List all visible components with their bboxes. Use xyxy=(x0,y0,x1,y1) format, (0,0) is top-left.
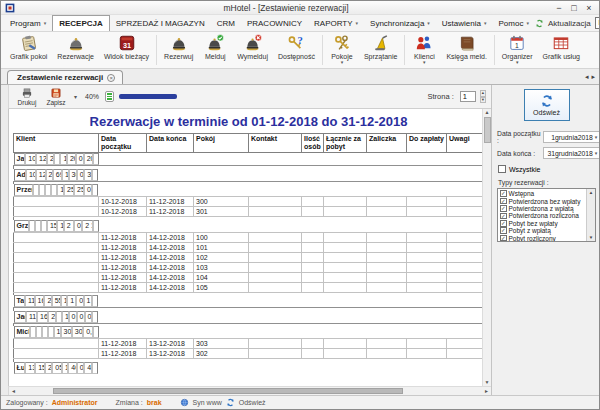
toolbar-button-księga-meld[interactable]: Księga meld. xyxy=(441,32,491,68)
toolbar-button-rezerwuj[interactable]: Rezerwuj xyxy=(159,32,198,68)
type-item-wstępna[interactable]: ✓Wstępna xyxy=(500,190,585,197)
table-row: 11-12-201814-12-2018100 xyxy=(14,232,485,242)
cell-uwagi xyxy=(92,362,98,374)
menu-item-pomoc[interactable]: Pomoc▾ xyxy=(493,15,535,31)
type-item-potwierdzona-bez-wpłaty[interactable]: ✓Potwierdzona bez wpłaty xyxy=(500,197,585,204)
toolbar-button-sprzątanie[interactable]: Sprzątanie xyxy=(359,32,402,68)
maximize-button[interactable]: □ xyxy=(568,3,580,13)
cell-start: 11-12-2018 xyxy=(99,349,147,359)
menu-item-program[interactable]: Program▾ xyxy=(4,15,52,31)
table-row: Łucja Szewczyk13-12-201815-12-2018201055… xyxy=(14,362,99,374)
type-item-potwierdzona-rozliczona[interactable]: ✓Potwierdzona rozliczona xyxy=(500,212,585,219)
date-start-picker[interactable]: 1 grudnia 2018 ▾ xyxy=(543,131,599,143)
zoom-slider-track[interactable] xyxy=(119,94,177,99)
types-scrollbar[interactable]: ▲ ▼ xyxy=(586,189,595,241)
menu-item-pracownicy[interactable]: PRACOWNICY xyxy=(241,15,308,31)
date-start-day: 1 xyxy=(546,134,555,141)
toolbar-button-grafik-usług[interactable]: Grafik usług xyxy=(538,32,585,68)
scroll-left-icon[interactable]: ◄ xyxy=(11,388,16,394)
menu-item-ustawienia[interactable]: Ustawienia▾ xyxy=(436,15,493,31)
scroll-up-icon[interactable]: ▲ xyxy=(485,109,490,116)
refresh-button[interactable]: Odśwież xyxy=(524,89,570,121)
type-checkbox[interactable]: ✓ xyxy=(500,213,507,220)
close-button[interactable]: × xyxy=(583,3,595,13)
toolbar-button-klienci[interactable]: Klienci▾ xyxy=(407,32,441,68)
column-header: Zaliczka xyxy=(367,134,407,153)
toolbar-button-rezerwacje[interactable]: Rezerwacje xyxy=(52,32,99,68)
cell-uwagi xyxy=(93,326,99,338)
cell-lacznie xyxy=(324,252,367,262)
toolbar-button-wymelduj[interactable]: Wymelduj xyxy=(232,32,273,68)
cell-osob: 1 xyxy=(57,220,64,232)
vertical-scroll-thumb[interactable] xyxy=(484,117,491,143)
scroll-down-icon[interactable]: ▼ xyxy=(589,235,593,240)
type-item-potwierdzona-z-wpłatą[interactable]: ✓Potwierdzona z wpłatą xyxy=(500,205,585,212)
menu-item-recepcja[interactable]: RECEPCJA xyxy=(52,15,110,31)
horizontal-scroll-thumb[interactable] xyxy=(53,388,403,394)
toolbar-button-pokoje[interactable]: Pokoje▾ xyxy=(325,32,359,68)
table-header-row: KlientData początkuData końcaPokójKontak… xyxy=(14,134,485,153)
type-checkbox[interactable]: ✓ xyxy=(500,235,507,242)
cell-zaliczka xyxy=(367,282,407,292)
menu-item-crm[interactable]: CRM xyxy=(211,15,241,31)
cell-kontakt: 69713658 xyxy=(53,169,62,181)
type-checkbox[interactable]: ✓ xyxy=(500,190,507,197)
syn-www-label[interactable]: Syn www xyxy=(193,399,222,406)
room-schedule-icon xyxy=(20,34,38,52)
toolbar-button-grafik-pokoi[interactable]: Grafik pokoi xyxy=(5,32,52,68)
cell-osob xyxy=(302,252,324,262)
scroll-down-icon[interactable]: ▼ xyxy=(485,379,490,386)
cell-start: 13-12-2018 xyxy=(25,362,35,374)
type-item-pobyt-rozliczony[interactable]: ✓Pobyt rozliczony xyxy=(500,234,585,241)
toolbar-button-organizer[interactable]: 1Organizer▾ xyxy=(497,32,538,68)
cell-end: 13-12-2018 xyxy=(147,349,194,359)
max-button[interactable]: MAX xyxy=(595,17,600,29)
type-checkbox[interactable]: ✓ xyxy=(500,205,507,212)
toolbar-button-dostępność[interactable]: ?Dostępność xyxy=(273,32,320,68)
cell-zaliczka: 250,00 xyxy=(74,184,84,196)
tab-zestawienie-rezerwacji[interactable]: Zestawienie rezerwacji × xyxy=(7,70,123,84)
cell-end: 16-12-2018 xyxy=(35,295,45,307)
vertical-scrollbar[interactable]: ▲ ▼ xyxy=(482,109,491,386)
update-label[interactable]: Aktualizacja xyxy=(548,19,591,28)
menu-item-synchronizacja[interactable]: Synchronizacja▾ xyxy=(364,15,436,31)
save-button[interactable]: Zapisz xyxy=(43,87,69,106)
cell-start: 10-12-2018 xyxy=(99,207,147,217)
print-button[interactable]: Drukuj xyxy=(14,87,40,106)
zoom-slider-handle[interactable] xyxy=(105,91,114,102)
type-checkbox[interactable]: ✓ xyxy=(500,227,507,234)
menu-item-sprzedaż-i-magazyn[interactable]: SPRZEDAŻ I MAGAZYN xyxy=(110,15,211,31)
cell-start: 11-12-2018 xyxy=(99,272,147,282)
menu-item-label: SPRZEDAŻ I MAGAZYN xyxy=(116,19,205,28)
minimize-button[interactable]: − xyxy=(553,3,565,13)
all-checkbox[interactable] xyxy=(498,165,506,173)
date-end-picker[interactable]: 31 grudnia 2018 ▾ xyxy=(543,147,599,159)
menu-item-raporty[interactable]: RAPORTY▾ xyxy=(308,15,364,31)
toolbar-button-melduj[interactable]: Melduj xyxy=(198,32,232,68)
type-checkbox[interactable]: ✓ xyxy=(500,198,507,205)
type-item-pobyt-bez-wpłaty[interactable]: ✓Pobyt bez wpłaty xyxy=(500,220,585,227)
filter-panel: Odśwież Data początku : 1 grudnia 2018 ▾… xyxy=(491,85,599,395)
statusbar-refresh-label[interactable]: Odśwież xyxy=(239,399,266,406)
chevron-down-icon: ▾ xyxy=(595,134,598,140)
close-icon[interactable]: × xyxy=(107,74,115,82)
cell-start: 10-12-2018 xyxy=(26,169,36,181)
cell-start: 11-12-2018 xyxy=(99,339,147,349)
type-checkbox[interactable]: ✓ xyxy=(500,220,507,227)
scroll-up-icon[interactable]: ▲ xyxy=(589,190,593,195)
date-end-day: 31 xyxy=(546,150,555,157)
tab-scroll-right-icon[interactable]: ▸ xyxy=(591,73,595,81)
page-number-input[interactable]: 1 xyxy=(460,91,476,102)
type-item-pobyt-z-wpłatą[interactable]: ✓Pobyt z wpłatą xyxy=(500,227,585,234)
save-dropdown-icon[interactable]: ▾ xyxy=(74,93,77,100)
horizontal-scrollbar[interactable]: ◄ ► xyxy=(8,386,491,395)
scroll-right-icon[interactable]: ► xyxy=(484,388,489,394)
toolbar-button-widok-bieżący[interactable]: 31Widok bieżący xyxy=(99,32,154,68)
chevron-down-icon: ▾ xyxy=(427,20,430,26)
page-down-icon[interactable]: ▾ xyxy=(480,97,486,104)
tab-nav: ◂ ▸ xyxy=(581,73,599,84)
tab-scroll-left-icon[interactable]: ◂ xyxy=(585,73,589,81)
cell-klient: Przemysław Trembacz xyxy=(14,184,34,196)
cell-zaplaty xyxy=(407,232,447,242)
cell-uwagi xyxy=(447,349,485,359)
